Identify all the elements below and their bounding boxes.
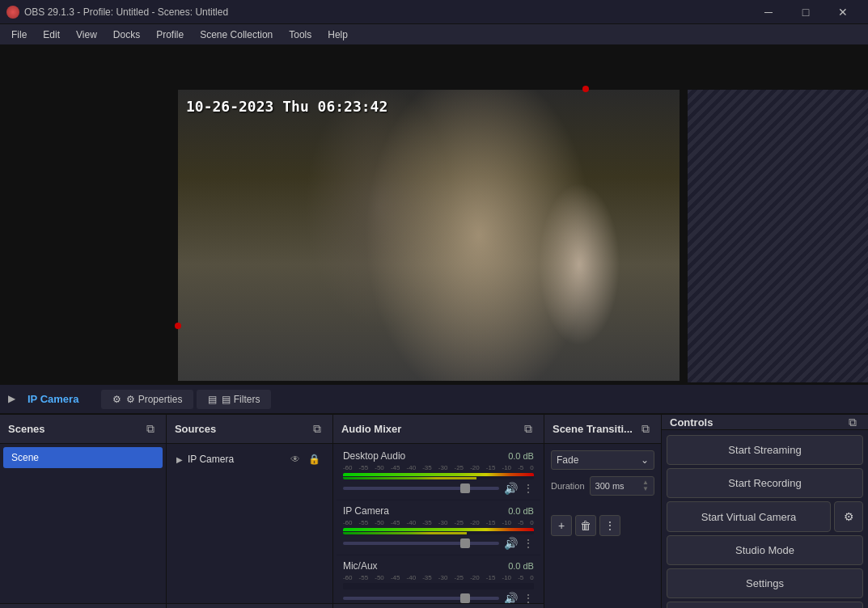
controls-header: Controls ⧉ bbox=[662, 415, 868, 430]
transitions-footer: + 🗑 ⋮ bbox=[544, 509, 661, 543]
menu-edit[interactable]: Edit bbox=[35, 27, 68, 42]
micaux-audio-mute-icon[interactable]: 🔊 bbox=[504, 592, 518, 603]
source-name: IP Camera bbox=[188, 454, 234, 465]
ipcamera-audio-db: 0.0 dB bbox=[508, 506, 534, 516]
scene-item[interactable]: Scene bbox=[3, 447, 163, 468]
minimize-button[interactable]: ─ bbox=[750, 0, 787, 24]
duration-row: Duration 300 ms ▲▼ bbox=[551, 476, 654, 496]
menu-docks[interactable]: Docks bbox=[105, 27, 148, 42]
remove-transition-button[interactable]: 🗑 bbox=[575, 515, 596, 536]
window-controls: ─ □ ✕ bbox=[750, 0, 862, 24]
scenes-list: Scene bbox=[0, 444, 166, 603]
source-item[interactable]: ▶ IP Camera 👁 🔒 bbox=[170, 447, 329, 471]
audio-mixer-panel: Audio Mixer ⧉ Desktop Audio 0.0 dB -60-5… bbox=[333, 415, 544, 608]
scene-transitions-panel: Scene Transiti... ⧉ Fade ⌄ Duration 300 … bbox=[544, 415, 662, 608]
selection-handle-left[interactable] bbox=[175, 323, 181, 329]
ipcamera-audio-meter bbox=[343, 528, 534, 534]
exit-button[interactable]: Exit bbox=[667, 602, 863, 608]
camera-preview: 10-26-2023 Thu 06:23:42 bbox=[178, 90, 680, 381]
micaux-audio-name: Mic/Aux bbox=[343, 560, 378, 572]
desktop-audio-name: Desktop Audio bbox=[343, 450, 405, 462]
micaux-audio-meter bbox=[343, 583, 534, 589]
scene-play-icon[interactable]: ▶ bbox=[8, 393, 21, 406]
virtual-camera-row: Start Virtual Camera ⚙ bbox=[667, 501, 863, 532]
start-virtual-camera-button[interactable]: Start Virtual Camera bbox=[667, 501, 831, 532]
spinner-icon: ▲▼ bbox=[642, 479, 649, 492]
preview-area: 10-26-2023 Thu 06:23:42 bbox=[0, 45, 868, 385]
menu-help[interactable]: Help bbox=[320, 27, 356, 42]
gear-icon: ⚙ bbox=[112, 394, 121, 405]
source-lock-icon[interactable]: 🔒 bbox=[307, 451, 323, 467]
window-title: OBS 29.1.3 - Profile: Untitled - Scenes:… bbox=[24, 6, 228, 18]
hatched-overlay bbox=[688, 90, 868, 382]
duration-input[interactable]: 300 ms ▲▼ bbox=[590, 476, 654, 496]
transitions-popout-icon[interactable]: ⧉ bbox=[638, 422, 653, 437]
ipcamera-audio-controls: 🔊 ⋮ bbox=[343, 537, 534, 550]
desktop-audio-header: Desktop Audio 0.0 dB bbox=[343, 450, 534, 462]
desktop-audio-mute-icon[interactable]: 🔊 bbox=[504, 482, 518, 495]
virtual-camera-settings-button[interactable]: ⚙ bbox=[834, 501, 863, 532]
menu-scene-collection[interactable]: Scene Collection bbox=[192, 27, 281, 42]
transition-more-button[interactable]: ⋮ bbox=[599, 515, 620, 536]
preview-timestamp: 10-26-2023 Thu 06:23:42 bbox=[186, 98, 387, 115]
ipcamera-audio-channel: IP Camera 0.0 dB -60-55-50-45-40-35-30-2… bbox=[337, 500, 540, 555]
selection-handle-top[interactable] bbox=[582, 86, 589, 92]
micaux-audio-fader[interactable] bbox=[343, 597, 499, 600]
ipcamera-audio-mute-icon[interactable]: 🔊 bbox=[504, 537, 518, 550]
tab-properties[interactable]: ⚙ ⚙ Properties bbox=[101, 390, 193, 409]
controls-popout-icon[interactable]: ⧉ bbox=[845, 415, 860, 429]
add-transition-button[interactable]: + bbox=[551, 515, 572, 536]
menu-profile[interactable]: Profile bbox=[148, 27, 192, 42]
scenes-panel-popout-icon[interactable]: ⧉ bbox=[143, 422, 158, 437]
menu-tools[interactable]: Tools bbox=[281, 27, 320, 42]
audio-mixer-title: Audio Mixer bbox=[341, 423, 401, 435]
close-button[interactable]: ✕ bbox=[824, 0, 862, 24]
restore-button[interactable]: □ bbox=[787, 0, 824, 24]
desktop-audio-labels: -60-55-50-45-40-35-30-25-20-15-10-50 bbox=[343, 464, 534, 471]
ipcamera-audio-more-icon[interactable]: ⋮ bbox=[523, 537, 534, 550]
controls-panel: Controls ⧉ Start Streaming Start Recordi… bbox=[662, 415, 868, 608]
ipcamera-audio-name: IP Camera bbox=[343, 505, 389, 517]
source-visibility-icon[interactable]: 👁 bbox=[287, 451, 303, 467]
menu-view[interactable]: View bbox=[68, 27, 105, 42]
sources-panel: Sources ⧉ ▶ IP Camera 👁 🔒 + 🗑 ⚙ ∧ ∨ bbox=[167, 415, 333, 608]
micaux-audio-labels: -60-55-50-45-40-35-30-25-20-15-10-50 bbox=[343, 574, 534, 581]
sources-panel-footer: + 🗑 ⚙ ∧ ∨ bbox=[167, 603, 332, 608]
micaux-audio-more-icon[interactable]: ⋮ bbox=[523, 592, 534, 603]
studio-mode-button[interactable]: Studio Mode bbox=[667, 535, 863, 565]
scenes-panel-footer: + 🗑 ⊞ ∧ ∨ bbox=[0, 603, 166, 608]
audio-mixer-footer: ⚙ ⋮ bbox=[333, 603, 544, 608]
active-scene-name: IP Camera bbox=[28, 393, 78, 405]
bottom-panels: Scenes ⧉ Scene + 🗑 ⊞ ∧ ∨ Sources ⧉ ▶ IP … bbox=[0, 414, 868, 608]
sources-panel-popout-icon[interactable]: ⧉ bbox=[310, 422, 324, 437]
tab-filters[interactable]: ▤ ▤ Filters bbox=[197, 390, 271, 409]
desktop-audio-fader[interactable] bbox=[343, 487, 499, 490]
audio-mixer-popout-icon[interactable]: ⧉ bbox=[521, 422, 536, 437]
audio-mixer-content: Desktop Audio 0.0 dB -60-55-50-45-40-35-… bbox=[333, 444, 544, 603]
start-streaming-button[interactable]: Start Streaming bbox=[667, 435, 863, 465]
micaux-audio-controls: 🔊 ⋮ bbox=[343, 592, 534, 603]
settings-button[interactable]: Settings bbox=[667, 568, 863, 598]
audio-mixer-header: Audio Mixer ⧉ bbox=[333, 415, 544, 444]
transitions-header: Scene Transiti... ⧉ bbox=[544, 415, 661, 444]
transition-type-select[interactable]: Fade ⌄ bbox=[551, 450, 654, 470]
sources-panel-title: Sources bbox=[175, 423, 216, 435]
desktop-audio-controls: 🔊 ⋮ bbox=[343, 482, 534, 495]
scenes-panel-header: Scenes ⧉ bbox=[0, 415, 166, 444]
desktop-audio-more-icon[interactable]: ⋮ bbox=[523, 482, 534, 495]
scenes-panel: Scenes ⧉ Scene + 🗑 ⊞ ∧ ∨ bbox=[0, 415, 167, 608]
start-recording-button[interactable]: Start Recording bbox=[667, 468, 863, 498]
ipcamera-audio-fader[interactable] bbox=[343, 542, 499, 545]
menu-file[interactable]: File bbox=[3, 27, 35, 42]
desktop-audio-meter bbox=[343, 473, 534, 479]
micaux-audio-header: Mic/Aux 0.0 dB bbox=[343, 560, 534, 572]
desktop-audio-channel: Desktop Audio 0.0 dB -60-55-50-45-40-35-… bbox=[337, 445, 540, 500]
chevron-down-icon: ⌄ bbox=[641, 454, 649, 466]
scene-label-bar: ▶ IP Camera ⚙ ⚙ Properties ▤ ▤ Filters bbox=[0, 385, 868, 414]
transitions-title: Scene Transiti... bbox=[553, 423, 633, 435]
source-play-icon: ▶ bbox=[176, 455, 183, 464]
source-actions: 👁 🔒 bbox=[287, 451, 323, 467]
micaux-audio-db: 0.0 dB bbox=[508, 561, 534, 571]
sources-panel-header: Sources ⧉ bbox=[167, 415, 332, 444]
ipcamera-audio-labels: -60-55-50-45-40-35-30-25-20-15-10-50 bbox=[343, 519, 534, 526]
